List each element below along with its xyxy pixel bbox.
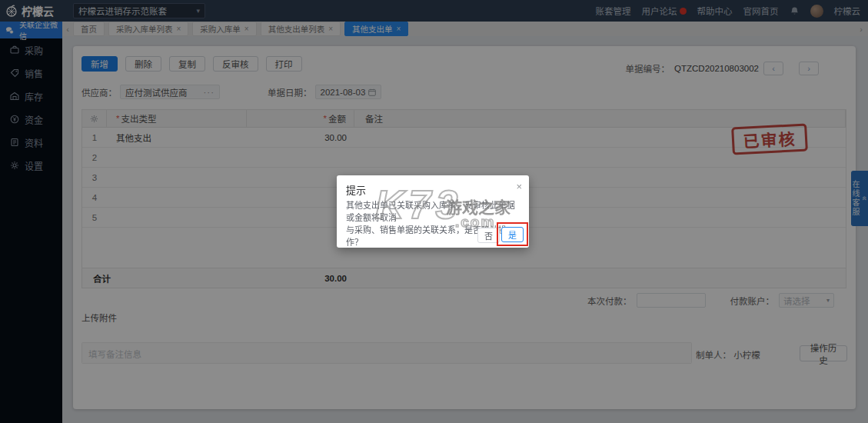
dialog-message-line1: 其他支出单已关联采购入库单，反审核此单据或金额将取消: [346, 199, 521, 224]
dialog-title: 提示: [346, 182, 366, 197]
red-highlight-annotation: [497, 222, 528, 246]
app-root: 柠檬云 柠檬云进销存示范账套 ▾ 账套管理 用户论坛 帮助中心 官网首页 柠檬云: [0, 0, 868, 423]
confirm-dialog: 提示 × 其他支出单已关联采购入库单，反审核此单据或金额将取消 与采购、销售单据…: [337, 175, 529, 248]
dialog-close-icon[interactable]: ×: [516, 181, 522, 192]
